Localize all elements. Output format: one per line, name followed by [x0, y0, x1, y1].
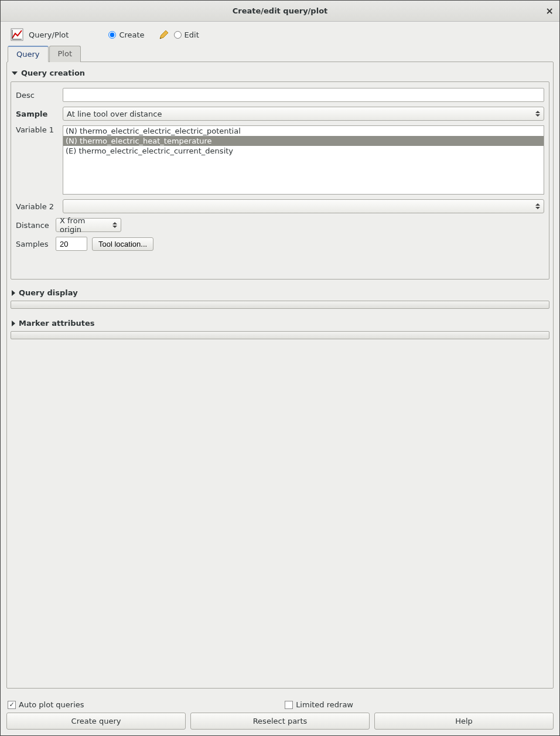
desc-input[interactable]	[63, 88, 544, 102]
sample-select-value: At line tool over distance	[67, 110, 162, 118]
limited-redraw-checkbox-wrap[interactable]: Limited redraw	[285, 700, 353, 709]
auto-plot-checkbox[interactable]: ✓	[8, 701, 16, 709]
samples-input[interactable]	[56, 237, 87, 251]
var2-label: Variable 2	[16, 202, 58, 211]
section-title-creation: Query creation	[21, 69, 85, 77]
toolbar: Query/Plot Create Edit	[1, 22, 559, 45]
section-title-display: Query display	[19, 288, 78, 297]
var2-row: Variable 2	[16, 199, 544, 213]
spinner-icon	[534, 202, 541, 211]
titlebar: Create/edit query/plot ×	[1, 1, 559, 22]
chevron-down-icon	[12, 71, 18, 75]
chevron-right-icon	[12, 290, 15, 296]
chart-icon	[10, 28, 24, 42]
window: Create/edit query/plot × Query/Plot Crea…	[0, 0, 560, 736]
distance-label: Distance	[16, 221, 51, 230]
distance-select-value: X from origin	[60, 216, 109, 234]
auto-plot-checkbox-wrap[interactable]: ✓ Auto plot queries	[8, 700, 84, 709]
spinner-icon	[534, 109, 541, 118]
sample-select[interactable]: At line tool over distance	[63, 107, 544, 121]
edit-radio[interactable]	[174, 31, 182, 39]
window-title: Create/edit query/plot	[233, 6, 328, 15]
sample-label: Sample	[16, 110, 58, 118]
bottom-area: ✓ Auto plot queries Limited redraw Creat…	[1, 694, 559, 735]
section-query-display-strip	[11, 301, 549, 309]
section-title-marker: Marker attributes	[19, 319, 95, 328]
tool-location-button[interactable]: Tool location...	[92, 237, 153, 251]
list-item[interactable]: (N) thermo_electric_heat_temperature	[63, 136, 544, 146]
reselect-parts-button[interactable]: Reselect parts	[190, 713, 370, 730]
create-query-button[interactable]: Create query	[6, 713, 186, 730]
tab-query[interactable]: Query	[8, 46, 49, 62]
section-query-creation-header[interactable]: Query creation	[11, 67, 549, 79]
samples-row: Samples Tool location...	[16, 237, 544, 251]
create-radio-wrap[interactable]: Create	[108, 30, 144, 39]
edit-radio-wrap[interactable]: Edit	[174, 30, 199, 39]
button-row: Create query Reselect parts Help	[6, 713, 554, 730]
edit-radio-label: Edit	[185, 30, 199, 39]
tab-plot[interactable]: Plot	[49, 46, 81, 62]
close-icon[interactable]: ×	[546, 5, 554, 16]
content: Query/Plot Create Edit Query Plot	[1, 22, 559, 735]
list-item[interactable]: (N) thermo_electric_electric_electric_po…	[63, 126, 544, 136]
chevron-right-icon	[12, 321, 15, 326]
distance-select[interactable]: X from origin	[56, 218, 121, 232]
var1-row: Variable 1 (N) thermo_electric_electric_…	[16, 125, 544, 195]
create-radio-label: Create	[119, 30, 144, 39]
tab-panel: Query creation Desc Sample At line tool …	[6, 62, 554, 689]
var2-select[interactable]	[63, 199, 544, 213]
limited-redraw-checkbox[interactable]	[285, 701, 293, 709]
tabs: Query Plot	[1, 45, 559, 62]
query-plot-label: Query/Plot	[29, 30, 69, 39]
section-query-display-header[interactable]: Query display	[11, 287, 549, 299]
var1-listbox[interactable]: (N) thermo_electric_electric_electric_po…	[63, 125, 544, 195]
desc-row: Desc	[16, 88, 544, 102]
create-radio[interactable]	[108, 31, 116, 39]
samples-label: Samples	[16, 240, 51, 248]
var1-label: Variable 1	[16, 125, 58, 134]
distance-row: Distance X from origin	[16, 218, 544, 232]
spinner-icon	[111, 220, 118, 230]
section-query-creation-body: Desc Sample At line tool over distance V…	[11, 81, 549, 280]
svg-marker-3	[160, 30, 168, 39]
help-button[interactable]: Help	[374, 713, 554, 730]
auto-plot-label: Auto plot queries	[19, 700, 84, 709]
list-item[interactable]: (E) thermo_electric_electric_current_den…	[63, 146, 544, 156]
pencil-icon	[159, 29, 169, 40]
check-row: ✓ Auto plot queries Limited redraw	[6, 697, 554, 713]
desc-label: Desc	[16, 91, 58, 100]
limited-redraw-label: Limited redraw	[296, 700, 353, 709]
sample-row: Sample At line tool over distance	[16, 107, 544, 121]
section-marker-attributes-strip	[11, 331, 549, 339]
section-marker-attributes-header[interactable]: Marker attributes	[11, 317, 549, 329]
